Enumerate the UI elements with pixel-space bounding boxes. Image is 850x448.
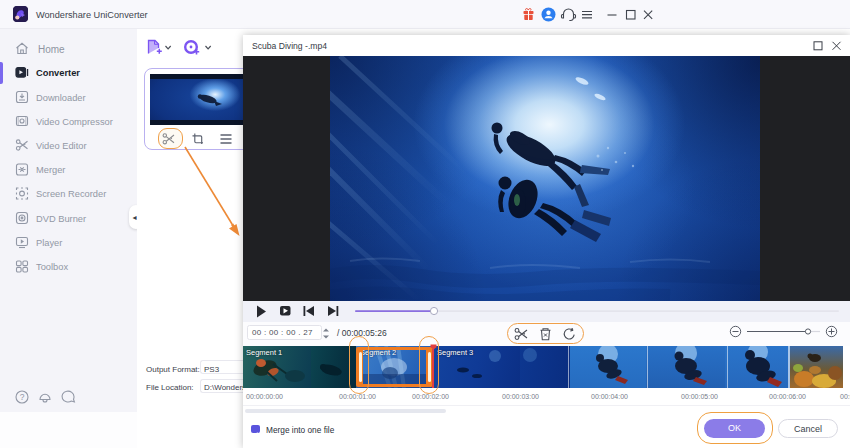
svg-text:?: ? (20, 392, 25, 402)
